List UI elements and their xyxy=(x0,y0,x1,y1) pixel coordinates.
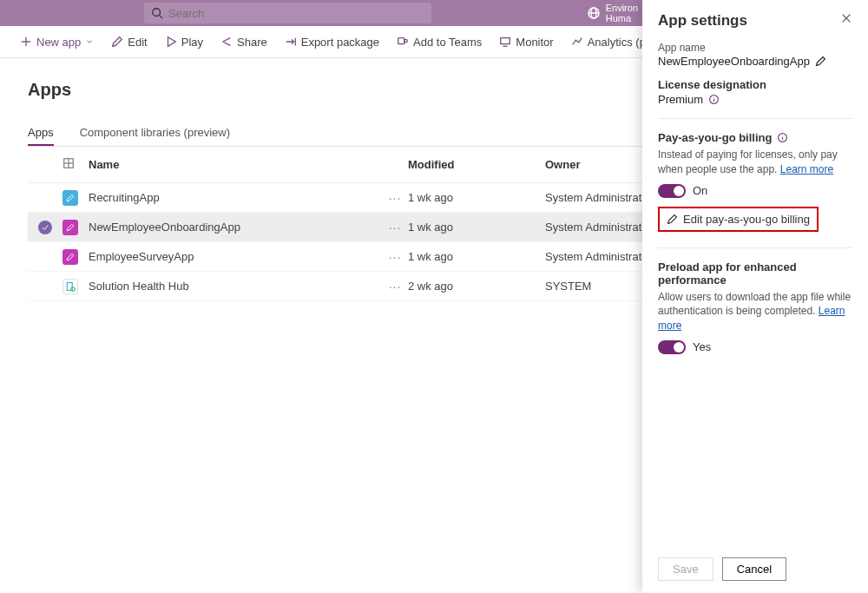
preload-toggle[interactable] xyxy=(658,340,686,354)
learn-more-link[interactable]: Learn more xyxy=(780,163,833,175)
svg-rect-10 xyxy=(501,38,510,44)
app-type-icon xyxy=(62,279,78,294)
preload-help: Allow users to download the app file whi… xyxy=(658,290,852,333)
app-name: EmployeeSurveyApp xyxy=(89,250,382,263)
svg-rect-16 xyxy=(67,282,72,290)
more-actions-button[interactable]: ··· xyxy=(382,280,408,293)
modified-cell: 2 wk ago xyxy=(408,280,545,293)
env-label: Environ xyxy=(606,3,638,13)
analytics-icon xyxy=(571,36,583,48)
edit-button[interactable]: Edit xyxy=(104,32,154,52)
search-icon xyxy=(151,7,163,19)
appname-value: NewEmployeeOnboardingApp xyxy=(658,55,852,68)
close-icon xyxy=(840,12,852,24)
preload-title: Preload app for enhanced performance xyxy=(658,260,852,287)
selected-check-icon xyxy=(38,221,52,234)
edit-payg-button[interactable]: Edit pay-as-you-go billing xyxy=(658,207,819,232)
modified-cell: 1 wk ago xyxy=(408,250,545,263)
search-box[interactable] xyxy=(144,3,431,23)
layout-icon xyxy=(62,157,75,169)
svg-marker-7 xyxy=(168,37,175,47)
payg-help: Instead of paying for licenses, only pay… xyxy=(658,148,852,177)
app-type-icon xyxy=(62,190,78,206)
app-name: RecruitingApp xyxy=(89,191,382,204)
preload-toggle-label: Yes xyxy=(693,340,711,353)
pencil-icon[interactable] xyxy=(815,56,826,67)
play-button[interactable]: Play xyxy=(158,32,210,52)
modified-cell: 1 wk ago xyxy=(408,191,545,204)
tab-component-libraries[interactable]: Component libraries (preview) xyxy=(80,121,230,146)
teams-button[interactable]: Add to Teams xyxy=(390,32,489,52)
col-name[interactable]: Name xyxy=(89,158,382,171)
export-icon xyxy=(285,36,297,48)
monitor-icon xyxy=(499,36,511,48)
chevron-down-icon xyxy=(85,36,94,48)
share-button[interactable]: Share xyxy=(214,32,274,52)
close-button[interactable] xyxy=(840,12,852,28)
plus-icon xyxy=(20,36,32,48)
pencil-icon xyxy=(667,214,678,225)
share-icon xyxy=(220,36,233,48)
col-modified[interactable]: Modified xyxy=(408,158,545,171)
pencil-icon xyxy=(111,36,123,48)
svg-point-22 xyxy=(713,97,714,98)
search-input[interactable] xyxy=(168,7,424,20)
app-name: NewEmployeeOnboardingApp xyxy=(89,221,382,234)
payg-toggle[interactable] xyxy=(658,184,686,198)
appname-label: App name xyxy=(658,42,852,54)
info-icon[interactable] xyxy=(777,132,788,143)
environment-block[interactable]: Environ Huma xyxy=(587,3,638,23)
payg-toggle-label: On xyxy=(693,184,707,197)
more-actions-button[interactable]: ··· xyxy=(382,221,408,234)
new-app-button[interactable]: New app xyxy=(13,32,101,52)
play-icon xyxy=(165,36,177,48)
modified-cell: 1 wk ago xyxy=(408,221,545,234)
cancel-button[interactable]: Cancel xyxy=(722,557,786,581)
export-button[interactable]: Export package xyxy=(278,32,386,52)
svg-rect-8 xyxy=(398,38,404,44)
payg-title: Pay-as-you-go billing xyxy=(658,131,772,144)
panel-title: App settings xyxy=(658,12,747,30)
app-settings-panel: App settings App name NewEmployeeOnboard… xyxy=(642,0,868,593)
license-label: License designation xyxy=(658,78,852,91)
tab-apps[interactable]: Apps xyxy=(28,121,54,146)
column-icon[interactable] xyxy=(62,157,89,172)
svg-point-9 xyxy=(404,39,408,43)
more-actions-button[interactable]: ··· xyxy=(382,250,408,264)
info-icon[interactable] xyxy=(708,94,720,105)
environment-icon xyxy=(587,6,601,20)
monitor-button[interactable]: Monitor xyxy=(492,32,560,52)
svg-line-1 xyxy=(160,16,163,19)
more-actions-button[interactable]: ··· xyxy=(382,191,408,205)
save-button: Save xyxy=(658,557,713,581)
app-name: Solution Health Hub xyxy=(89,280,382,293)
svg-point-25 xyxy=(783,135,784,136)
env-name: Huma xyxy=(606,13,638,23)
svg-point-17 xyxy=(71,287,76,291)
license-value: Premium xyxy=(658,93,852,106)
teams-icon xyxy=(397,36,409,48)
app-type-icon xyxy=(62,249,78,265)
app-type-icon xyxy=(62,220,78,235)
svg-point-0 xyxy=(153,9,161,16)
